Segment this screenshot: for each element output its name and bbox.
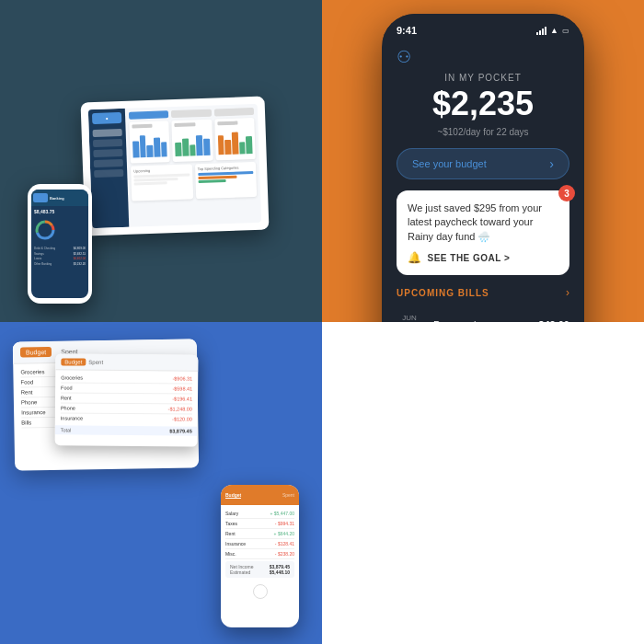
app-logo [33, 193, 48, 202]
arrow-icon: › [549, 156, 554, 171]
budget-button[interactable]: See your budget › [397, 148, 569, 179]
signal-icon [536, 27, 546, 35]
mini-total: Total $3,879.45 [55, 425, 198, 435]
bell-icon: 🔔 [408, 251, 422, 264]
mini-budget-table: Groceries -$906.31 Food -$598.41 Rent -$… [55, 370, 199, 426]
row-savings: Savings $2,482.51 [34, 252, 86, 256]
bar-chart [175, 127, 210, 155]
tablet-cards [129, 117, 255, 163]
banking-total: $8,483.75 [34, 209, 86, 214]
time-display: 9:41 [397, 25, 417, 36]
notification-card: 3 We just saved $295 from your latest pa… [397, 190, 569, 275]
tab-spent-small: Spent [88, 359, 103, 364]
sidebar-item [93, 148, 122, 156]
bill-name: Progressive [433, 319, 538, 322]
bar [132, 141, 139, 157]
sidebar-item [94, 168, 123, 177]
row-value: - $128.41 [275, 541, 294, 546]
row-value: - $238.20 [275, 551, 294, 557]
tab-income [214, 107, 255, 116]
row-loans: Loans $4,402.04 [34, 257, 86, 260]
tablet-tabs [129, 107, 254, 119]
budget-totals: Net Income $3,879.45 Estimated $5,448.10 [225, 561, 294, 578]
tab-budget: Budget [20, 347, 52, 358]
bar [139, 135, 146, 157]
tablet-sidebar: ● [88, 108, 129, 227]
donut-chart [34, 219, 56, 241]
card-upcoming: Upcoming [131, 164, 193, 201]
tab-budget: Budget [225, 492, 241, 499]
bar-chart [217, 126, 252, 155]
section-header: UPCOMING BILLS › [397, 286, 569, 299]
row-value: + $644.20 [274, 531, 294, 536]
bar [182, 137, 189, 155]
bar [175, 142, 181, 155]
tab-spending [171, 109, 212, 118]
see-goal-button[interactable]: 🔔 SEE THE GOAL > [408, 251, 558, 264]
card-spending [129, 121, 170, 163]
sidebar-item [93, 138, 122, 146]
card-categories: Top Spending Categories [194, 161, 257, 198]
phone-banking: Banking $8,483.75 Debit & Checking $4,80… [28, 184, 92, 304]
wifi-icon: ▲ [550, 26, 558, 35]
row-rent: Rent + $644.20 [225, 529, 294, 539]
card-title [217, 121, 238, 125]
row-label: Salary [225, 511, 238, 516]
status-icons: ▲ ▭ [536, 26, 569, 35]
phone-body: ⚇ IN MY POCKET $2,235 ~$102/day for 22 d… [382, 40, 584, 322]
row-checking: Debit & Checking $4,809.00 [34, 247, 86, 250]
bar [154, 137, 160, 156]
row-taxes: Taxes - $994.31 [225, 519, 294, 529]
bar [147, 144, 154, 157]
user-avatar-icon: ⚇ [397, 48, 411, 66]
budget-btn-label: See your budget [412, 158, 487, 169]
row-label: Insurance [225, 541, 246, 546]
phone-content: $8,483.75 Debit & Checking $4,809.00 Sav… [31, 206, 88, 270]
bar [203, 138, 210, 155]
bill-item-progressive: JUN 07 Progressive $43.00 [397, 306, 569, 322]
tablet-dashboard: ● [81, 96, 270, 236]
row-label: Taxes [225, 521, 237, 526]
q2-quadrant: 9:41 ▲ ▭ ⚇ IN MY P [322, 0, 644, 322]
row-other: Other Banking $3,192.20 [34, 262, 86, 266]
row-value: - $994.31 [275, 521, 294, 526]
card-title [175, 122, 196, 127]
row-label: Rent [225, 531, 236, 536]
bar [246, 135, 252, 154]
notification-badge: 3 [558, 185, 575, 201]
pocket-amount: $2,235 [397, 85, 569, 123]
bar [161, 141, 167, 156]
row-insurance: Insurance - $128.41 [225, 539, 294, 549]
bar [218, 135, 224, 155]
row-salary: Salary + $5,447.00 [225, 509, 294, 519]
home-button[interactable] [253, 584, 268, 599]
tab-accounts [129, 110, 169, 120]
tab-budget-small: Budget [61, 358, 86, 365]
q3-quadrant: Budget Spent Groceries - $906.31 Food [0, 322, 322, 644]
sidebar-item [94, 158, 123, 167]
tablet-content: Upcoming Top Spending Categories [125, 103, 261, 226]
bar [239, 141, 246, 154]
in-my-pocket-label: IN MY POCKET [397, 73, 569, 83]
notification-text: We just saved $295 from your latest payc… [408, 201, 558, 244]
row-value: + $5,447.00 [270, 511, 294, 516]
app-name: Banking [50, 196, 64, 201]
bar-chart [132, 129, 167, 157]
q1-quadrant: ● [0, 0, 322, 322]
q3-content: Budget Spent Groceries - $906.31 Food [0, 322, 322, 644]
sidebar-item [93, 128, 122, 136]
phone-header: Banking [31, 190, 88, 206]
cta-label: SEE THE GOAL > [428, 253, 511, 263]
phone-notch: 9:41 ▲ ▭ [382, 14, 584, 40]
battery-icon: ▭ [562, 27, 569, 35]
bills-title: UPCOMING BILLS [397, 288, 489, 298]
phone-budget: Budget Spent Salary + $5,447.00 Taxes - … [221, 485, 299, 627]
tab-spent: Spent [282, 492, 294, 498]
estimated-value: $5,448.10 [270, 569, 290, 575]
row-misc: Misc. - $238.20 [225, 549, 294, 559]
card-spending2 [172, 119, 213, 161]
bar [232, 132, 239, 154]
bill-amount: $43.00 [538, 319, 569, 322]
bar [196, 134, 202, 155]
bills-arrow-icon: › [566, 286, 569, 299]
